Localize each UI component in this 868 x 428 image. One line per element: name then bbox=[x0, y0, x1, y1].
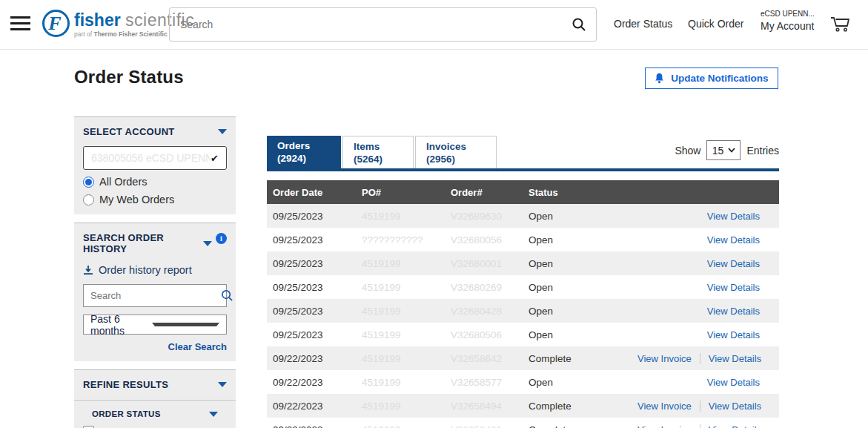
order-number: V32680428 bbox=[445, 306, 523, 317]
entries-label: Entries bbox=[746, 145, 779, 157]
po-number: 4519199 bbox=[356, 401, 445, 412]
tab-orders[interactable]: Orders (2924) bbox=[267, 136, 341, 168]
order-history-search-button[interactable] bbox=[221, 285, 233, 306]
table-row: 09/25/2023 ??????????? V32680056 Open Vi… bbox=[267, 228, 779, 251]
order-date: 09/25/2023 bbox=[267, 282, 356, 293]
global-search-button[interactable] bbox=[562, 8, 596, 41]
radio-all-orders[interactable]: All Orders bbox=[83, 176, 227, 188]
order-date: 09/22/2023 bbox=[267, 377, 356, 388]
chevron-down-icon[interactable] bbox=[218, 382, 227, 387]
search-icon bbox=[221, 289, 233, 302]
order-number: V32658481 bbox=[445, 424, 523, 428]
table-row: 09/25/2023 4519199 V32680269 Open View D… bbox=[267, 275, 779, 299]
view-details-link[interactable]: View Details bbox=[709, 401, 761, 412]
view-details-link[interactable]: View Details bbox=[707, 258, 760, 269]
tab-items[interactable]: Items (5264) bbox=[342, 136, 414, 168]
order-number: V32680056 bbox=[445, 234, 523, 246]
top-header: F fisher scientific part of Thermo Fishe… bbox=[0, 0, 868, 50]
col-po: PO# bbox=[356, 187, 445, 198]
table-row: 09/22/2023 4519199 V32658642 Complete Vi… bbox=[267, 346, 779, 370]
view-details-link[interactable]: View Details bbox=[709, 424, 761, 428]
status: Complete bbox=[523, 424, 637, 428]
chevron-down-icon[interactable] bbox=[209, 412, 218, 417]
search-icon bbox=[572, 17, 586, 32]
status: Open bbox=[523, 211, 637, 222]
header-link-order-status[interactable]: Order Status bbox=[614, 18, 672, 30]
refine-results-title: REFINE RESULTS bbox=[83, 379, 168, 390]
divider bbox=[700, 353, 700, 364]
select-account-section: SELECT ACCOUNT 638005056 eCSD UPENN ✔ Al… bbox=[74, 116, 236, 214]
view-details-link[interactable]: View Details bbox=[707, 377, 760, 388]
entries-per-page-select[interactable]: 15 bbox=[706, 140, 741, 160]
view-details-link[interactable]: View Details bbox=[707, 234, 760, 246]
tab-invoices[interactable]: Invoices (2956) bbox=[415, 136, 497, 168]
order-number: V32658577 bbox=[445, 377, 523, 388]
order-date: 09/25/2023 bbox=[267, 234, 356, 246]
view-details-link[interactable]: View Details bbox=[707, 329, 760, 340]
order-date: 09/25/2023 bbox=[267, 329, 356, 340]
hamburger-menu-icon[interactable] bbox=[10, 16, 30, 30]
order-history-search-input[interactable] bbox=[84, 290, 221, 301]
order-date: 09/22/2023 bbox=[267, 353, 356, 364]
col-status: Status bbox=[523, 187, 637, 198]
order-date: 09/25/2023 bbox=[267, 306, 356, 317]
radio-unselected-icon bbox=[83, 194, 94, 205]
update-notifications-label: Update Notifications bbox=[671, 73, 768, 84]
cart-button[interactable] bbox=[829, 13, 851, 36]
order-number: V32680506 bbox=[445, 329, 523, 340]
order-history-search-bar bbox=[83, 284, 227, 307]
checkmark-icon: ✔ bbox=[211, 153, 219, 164]
refine-results-section: REFINE RESULTS ORDER STATUS Complete (27… bbox=[74, 369, 236, 428]
status: Open bbox=[523, 282, 637, 293]
view-invoice-link[interactable]: View Invoice bbox=[637, 424, 692, 428]
view-details-link[interactable]: View Details bbox=[707, 211, 760, 222]
update-notifications-button[interactable]: Update Notifications bbox=[645, 68, 778, 89]
table-row: 09/22/2023 4519199 V32658577 Open View D… bbox=[267, 370, 779, 394]
table-row: 09/25/2023 4519199 V32680001 Open View D… bbox=[267, 251, 779, 275]
global-search-input[interactable] bbox=[170, 19, 562, 30]
orders-table-header: Order Date PO# Order# Status bbox=[267, 180, 779, 204]
view-details-link[interactable]: View Details bbox=[709, 353, 761, 364]
chevron-down-icon[interactable] bbox=[203, 241, 212, 246]
radio-my-web-orders[interactable]: My Web Orders bbox=[83, 194, 227, 205]
header-link-quick-order[interactable]: Quick Order bbox=[688, 18, 743, 30]
caret-down-icon bbox=[152, 323, 219, 326]
search-order-history-title: SEARCH ORDER HISTORY bbox=[83, 232, 203, 254]
view-details-link[interactable]: View Details bbox=[707, 306, 760, 317]
order-date: 09/22/2023 bbox=[267, 424, 356, 428]
account-select[interactable]: 638005056 eCSD UPENN ✔ bbox=[83, 146, 227, 170]
status: Open bbox=[523, 306, 637, 317]
divider bbox=[700, 401, 700, 412]
view-invoice-link[interactable]: View Invoice bbox=[637, 353, 692, 364]
po-number: ??????????? bbox=[356, 234, 445, 246]
logo-brand-primary: fisher bbox=[74, 10, 121, 30]
status: Open bbox=[523, 329, 637, 340]
show-entries-control: Show 15 Entries bbox=[675, 140, 779, 160]
global-search-bar bbox=[169, 7, 597, 42]
status: Complete bbox=[523, 401, 637, 412]
clear-search-link[interactable]: Clear Search bbox=[83, 341, 227, 352]
chevron-down-icon[interactable] bbox=[218, 129, 227, 134]
my-account-menu[interactable]: eCSD UPENN... My Account bbox=[761, 10, 815, 32]
status: Open bbox=[523, 234, 637, 246]
filters-sidebar: SELECT ACCOUNT 638005056 eCSD UPENN ✔ Al… bbox=[74, 116, 236, 428]
po-number: 4519199 bbox=[356, 424, 445, 428]
account-org-name: eCSD UPENN... bbox=[761, 10, 815, 18]
tab-underline bbox=[267, 168, 779, 171]
date-range-select[interactable]: Past 6 months bbox=[83, 315, 227, 335]
info-icon[interactable]: i bbox=[216, 233, 227, 244]
order-history-report-link[interactable]: Order history report bbox=[83, 264, 227, 276]
view-invoice-link[interactable]: View Invoice bbox=[637, 401, 692, 412]
divider bbox=[700, 424, 700, 428]
orders-table: Order Date PO# Order# Status 09/25/2023 … bbox=[267, 180, 779, 428]
order-number: V32680001 bbox=[445, 258, 523, 269]
account-select-value: 638005056 eCSD UPENN bbox=[91, 152, 211, 164]
po-number: 4519199 bbox=[356, 306, 445, 317]
date-range-value: Past 6 months bbox=[90, 313, 152, 337]
po-number: 4519199 bbox=[356, 282, 445, 293]
radio-selected-icon bbox=[83, 177, 94, 188]
search-order-history-section: SEARCH ORDER HISTORY i Order history rep… bbox=[74, 223, 236, 361]
table-row: 09/25/2023 4519199 V32689630 Open View D… bbox=[267, 204, 779, 228]
col-order-date: Order Date bbox=[267, 187, 356, 198]
view-details-link[interactable]: View Details bbox=[707, 282, 760, 293]
